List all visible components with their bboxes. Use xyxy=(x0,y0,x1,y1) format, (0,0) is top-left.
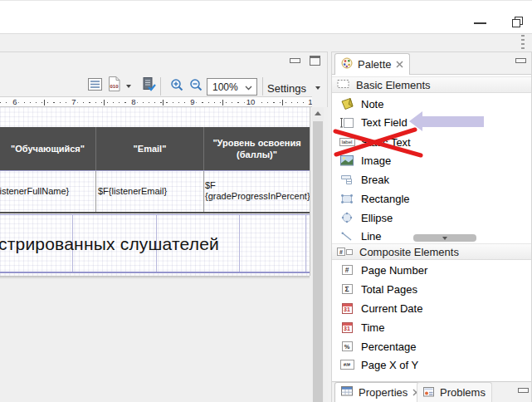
element-guide-line xyxy=(305,215,306,272)
ruler-number: 8 xyxy=(129,97,137,106)
cell-border xyxy=(95,171,96,212)
calendar-icon: 31 xyxy=(339,303,355,314)
compile-report-icon[interactable] xyxy=(142,76,156,96)
text-field-icon xyxy=(339,116,355,129)
ruler-number: 10 xyxy=(245,97,257,106)
app-window: 010 100% Settings 6 7 8 xyxy=(0,0,532,402)
palette-item-page-number[interactable]: # Page Number xyxy=(339,262,427,277)
palette-item-label: Current Date xyxy=(361,302,422,315)
percentage-icon: % xyxy=(339,341,355,351)
palette-item-static-text[interactable]: label Static Text xyxy=(339,135,411,150)
tab-palette[interactable]: Palette xyxy=(334,53,410,75)
table-header-cell[interactable]: "Уровень освоения (баллы)" xyxy=(204,127,310,170)
rectangle-icon xyxy=(339,194,355,204)
ellipse-icon xyxy=(339,212,355,223)
ruler-tick xyxy=(222,100,223,105)
palette-item-label: Note xyxy=(361,98,383,110)
design-canvas: "Обучающийся" "Email" "Уровень освоения … xyxy=(0,107,328,402)
band-guide-line xyxy=(0,272,310,273)
tab-properties-label: Properties xyxy=(359,386,408,399)
vertical-scrollbar[interactable] xyxy=(312,107,324,402)
palette-item-label: Ellipse xyxy=(361,212,393,224)
field-expression[interactable]: listenerFullName} xyxy=(0,186,69,197)
palette-scroll-down[interactable] xyxy=(413,234,476,242)
page-shadow xyxy=(0,276,310,279)
divider xyxy=(160,77,161,96)
zoom-level-value: 100% xyxy=(212,81,238,93)
drawer-label: Basic Elements xyxy=(356,79,431,91)
ruler-tick xyxy=(104,100,105,105)
properties-icon xyxy=(341,386,354,399)
drawer-basic-elements[interactable]: Basic Elements xyxy=(332,76,531,93)
problems-icon xyxy=(423,386,435,400)
doc-code-label: 010 xyxy=(109,84,120,89)
total-pages-icon: Σ xyxy=(339,284,355,294)
window-restore-icon[interactable] xyxy=(511,16,525,29)
note-icon xyxy=(339,97,355,110)
ruler-number: 9 xyxy=(188,97,196,106)
field-expression[interactable]: $F {gradeProgressInPercent} xyxy=(205,180,310,202)
static-text-icon: label xyxy=(339,138,355,146)
zoom-in-icon[interactable] xyxy=(170,78,184,96)
ruler-number: 7 xyxy=(70,97,77,106)
palette-item-total-pages[interactable]: Σ Total Pages xyxy=(339,282,417,297)
title-text-element[interactable]: стрированных слушателей xyxy=(0,234,219,254)
palette-item-break[interactable]: Break xyxy=(339,172,389,187)
field-expression[interactable]: $F{listenerEmail} xyxy=(98,186,167,197)
ruler-tick xyxy=(282,100,283,105)
palette-item-label: Line xyxy=(361,230,382,243)
tab-properties[interactable]: Properties xyxy=(334,382,427,402)
table-header-cell[interactable]: "Обучающийся" xyxy=(0,127,95,170)
palette-item-time[interactable]: 31 Time xyxy=(339,320,384,335)
palette-minimize-icon[interactable] xyxy=(515,58,526,63)
palette-item-line[interactable]: Line xyxy=(339,228,382,243)
break-icon xyxy=(339,174,355,185)
composite-elements-icon: # xyxy=(337,248,353,256)
bottom-minimize-icon[interactable] xyxy=(518,388,529,393)
tab-problems[interactable]: Problems xyxy=(417,382,492,402)
palette-item-label: Static Text xyxy=(361,136,411,149)
palette-item-label: Page X of Y xyxy=(361,359,418,371)
scroll-up-icon[interactable] xyxy=(315,111,321,115)
ruler-tick xyxy=(44,100,45,105)
palette-item-rectangle[interactable]: Rectangle xyxy=(339,191,410,206)
page-x-of-y-icon: #/# xyxy=(339,360,355,370)
band-guide-line xyxy=(0,170,310,171)
palette-item-current-date[interactable]: 31 Current Date xyxy=(339,301,422,316)
line-icon xyxy=(339,231,355,242)
cell-border xyxy=(203,171,204,212)
editor-minimize-icon[interactable] xyxy=(290,58,300,63)
ruler-tick xyxy=(163,100,164,105)
palette-item-text-field[interactable]: Text Field xyxy=(339,115,408,130)
chevron-down-icon xyxy=(245,81,252,93)
close-icon[interactable] xyxy=(396,58,403,71)
drag-handle[interactable] xyxy=(521,35,525,50)
drawer-composite-elements[interactable]: # Composite Elements xyxy=(332,243,531,260)
palette-item-label: Image xyxy=(361,154,391,167)
table-header-cell[interactable]: "Email" xyxy=(96,127,203,170)
palette-item-percentage[interactable]: % Percentage xyxy=(339,339,417,354)
outline-view-icon[interactable] xyxy=(88,78,102,94)
editor-maximize-icon[interactable] xyxy=(310,56,320,66)
palette-item-note[interactable]: Note xyxy=(339,96,383,111)
divider xyxy=(262,77,263,96)
source-code-icon[interactable]: 010 xyxy=(108,76,120,92)
palette-item-image[interactable]: Image xyxy=(339,153,391,168)
palette-item-page-x-of-y[interactable]: #/# Page X of Y xyxy=(339,357,418,372)
settings-button[interactable]: Settings xyxy=(267,82,306,95)
chevron-down-icon xyxy=(442,237,447,240)
page-number-icon: # xyxy=(339,265,355,275)
window-minimize-icon[interactable] xyxy=(474,22,486,24)
palette-icon xyxy=(341,57,353,71)
ruler-number: 1 xyxy=(306,97,312,106)
report-page: "Обучающийся" "Email" "Уровень освоения … xyxy=(0,107,310,276)
palette-item-label: Break xyxy=(361,174,389,186)
palette-item-ellipse[interactable]: Ellipse xyxy=(339,210,393,225)
scrollbar-thumb[interactable] xyxy=(313,121,323,402)
zoom-out-icon[interactable] xyxy=(189,78,203,96)
zoom-level-select[interactable]: 100% xyxy=(207,78,257,96)
image-icon xyxy=(339,155,355,166)
doc-dropdown-icon[interactable] xyxy=(126,85,131,88)
settings-dropdown-icon[interactable] xyxy=(315,86,320,90)
element-guide-line xyxy=(239,215,240,272)
